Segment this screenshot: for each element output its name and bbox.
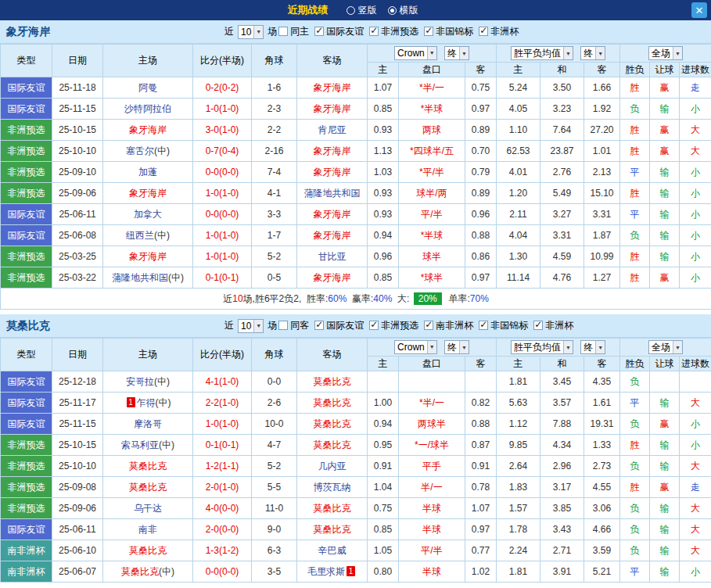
league-filter[interactable]: 非洲杯 (533, 319, 573, 332)
team-link[interactable]: 毛里求斯 (307, 566, 345, 577)
team-link[interactable]: 莫桑比克 (314, 397, 351, 408)
team-link[interactable]: 沙特阿拉伯 (124, 103, 171, 114)
odds-company-select[interactable]: Crown (394, 46, 437, 60)
team-link[interactable]: 象牙海岸 (129, 251, 167, 262)
team-link[interactable]: 莫桑比克 (121, 566, 159, 577)
match-row: 南非洲杯25-06-07莫桑比克(中)0-0(0-0)3-5毛里求斯10.80半… (1, 561, 711, 583)
final-odds-select[interactable]: 终 (444, 340, 469, 354)
league-filter[interactable]: 非洲预选 (369, 25, 418, 38)
match-date: 25-12-18 (52, 371, 103, 393)
team-link[interactable]: 加拿大 (134, 209, 162, 220)
team-link[interactable]: 象牙海岸 (314, 230, 351, 241)
layout-radio-vertical[interactable]: 竖版 (347, 4, 377, 17)
league-filter[interactable]: 国际友谊 (314, 319, 364, 332)
match-date: 25-10-10 (52, 456, 103, 477)
checkbox-checked-icon[interactable] (479, 27, 488, 36)
checkbox-checked-icon[interactable] (369, 27, 379, 36)
team-link[interactable]: 纽西兰 (126, 230, 154, 241)
result-mark: 负 (620, 456, 650, 477)
team-link[interactable]: 象牙海岸 (314, 272, 351, 283)
team-link[interactable]: 南非 (138, 524, 157, 535)
team-link[interactable]: 莫桑比克 (314, 524, 351, 535)
team-link[interactable]: 阿曼 (138, 82, 157, 93)
checkbox-unchecked-icon[interactable] (278, 321, 288, 330)
handicap-result-mark: 输 (650, 561, 680, 583)
team-link[interactable]: 象牙海岸 (314, 103, 351, 114)
team-link[interactable]: 几内亚 (318, 461, 347, 471)
team-link[interactable]: 乍得 (137, 397, 156, 408)
away-team-cell: 象牙海岸 (297, 77, 368, 99)
fulltime-group-header: 全场 (620, 45, 711, 63)
league-filter[interactable]: 非洲预选 (369, 319, 418, 332)
checkbox-checked-icon[interactable] (314, 321, 324, 330)
team-link[interactable]: 摩洛哥 (134, 418, 162, 429)
league-filter[interactable]: 国际友谊 (314, 25, 364, 38)
checkbox-checked-icon[interactable] (369, 321, 379, 330)
handicap-line: *四球半/五 (399, 141, 465, 162)
league-filter[interactable]: 非洲杯 (479, 25, 519, 38)
final-avg-select[interactable]: 终 (580, 46, 605, 60)
team-link[interactable]: 蒲隆地共和国 (112, 272, 168, 283)
team-link[interactable]: 象牙海岸 (314, 209, 351, 220)
team-link[interactable]: 蒲隆地共和国 (304, 188, 361, 199)
team-link[interactable]: 莫桑比克 (314, 376, 351, 387)
match-date: 25-10-15 (52, 120, 103, 141)
corner-score: 10-0 (252, 414, 297, 435)
checkbox-checked-icon[interactable] (424, 27, 433, 36)
checkbox-checked-icon[interactable] (314, 27, 324, 36)
team-link[interactable]: 莫桑比克 (314, 439, 351, 450)
team-link[interactable]: 象牙海岸 (129, 188, 167, 199)
team-link[interactable]: 肯尼亚 (318, 124, 347, 135)
team-link[interactable]: 莫桑比克 (129, 461, 167, 471)
team-link[interactable]: 辛巴威 (318, 545, 347, 556)
final-avg-select[interactable]: 终 (580, 340, 605, 354)
handicap-line: 球半/两 (399, 183, 465, 204)
odds-company-select[interactable]: Crown (394, 340, 437, 354)
fulltime-select[interactable]: 全场 (648, 340, 683, 354)
match-score: 0-0(0-0) (193, 162, 252, 183)
league-filter[interactable]: 非国锦标 (479, 319, 528, 332)
league-filter[interactable]: 同客 (278, 319, 309, 332)
avg-odds-away: 3.59 (584, 540, 620, 561)
league-filter[interactable]: 同主 (278, 25, 309, 38)
avg-odds-select[interactable]: 胜平负均值 (511, 46, 573, 60)
checkbox-checked-icon[interactable] (533, 321, 543, 330)
handicap-odds-home: 1.04 (368, 477, 399, 498)
match-count-select[interactable]: 10 (238, 25, 264, 39)
team-link[interactable]: 索马利亚 (121, 439, 159, 450)
fulltime-select[interactable]: 全场 (648, 46, 683, 60)
handicap-odds-away: 0.75 (465, 77, 497, 99)
checkbox-checked-icon[interactable] (479, 321, 488, 330)
team-link[interactable]: 象牙海岸 (314, 145, 351, 156)
final-odds-select[interactable]: 终 (444, 46, 469, 60)
team-link[interactable]: 安哥拉 (126, 376, 154, 387)
layout-radio-horizontal[interactable]: 横版 (388, 4, 418, 17)
league-filter[interactable]: 南非洲杯 (424, 319, 473, 332)
league-filter[interactable]: 非国锦标 (424, 25, 473, 38)
team-link[interactable]: 甘比亚 (318, 251, 347, 262)
avg-odds-home: 1.20 (497, 183, 540, 204)
team-link[interactable]: 莫桑比克 (129, 545, 167, 556)
filter-label: 同客 (290, 319, 309, 332)
team-link[interactable]: 加蓬 (138, 167, 157, 177)
checkbox-unchecked-icon[interactable] (278, 27, 288, 36)
team-link[interactable]: 乌干达 (134, 503, 162, 514)
team-link[interactable]: 莫桑比克 (314, 503, 351, 514)
team-link[interactable]: 莫桑比克 (314, 418, 351, 429)
team-section-ivory-coast: 象牙海岸 近 10 场 同主国际友谊非洲预选非国锦标非洲杯 类型 日期 主场 比… (0, 20, 711, 310)
close-button[interactable]: ✕ (691, 2, 707, 18)
team-link[interactable]: 博茨瓦纳 (314, 482, 351, 493)
avg-odds-home: 4.04 (497, 225, 540, 246)
team-link[interactable]: 塞舌尔 (126, 145, 154, 156)
match-count-select[interactable]: 10 (238, 319, 264, 333)
handicap-result-mark: 输 (650, 246, 680, 267)
summary-text: 近10场,胜6平2负2, 胜率:60% 赢率:40% 大: 20% 单率:70% (1, 289, 711, 310)
team-link[interactable]: 象牙海岸 (314, 167, 351, 177)
team-link[interactable]: 象牙海岸 (129, 124, 167, 135)
team-link[interactable]: 象牙海岸 (314, 82, 351, 93)
team-link[interactable]: 莫桑比克 (129, 482, 167, 493)
avg-odds-select[interactable]: 胜平负均值 (511, 340, 573, 354)
near-label: 近 (224, 319, 234, 332)
avg-odds-away: 4.55 (584, 477, 620, 498)
checkbox-checked-icon[interactable] (424, 321, 433, 330)
